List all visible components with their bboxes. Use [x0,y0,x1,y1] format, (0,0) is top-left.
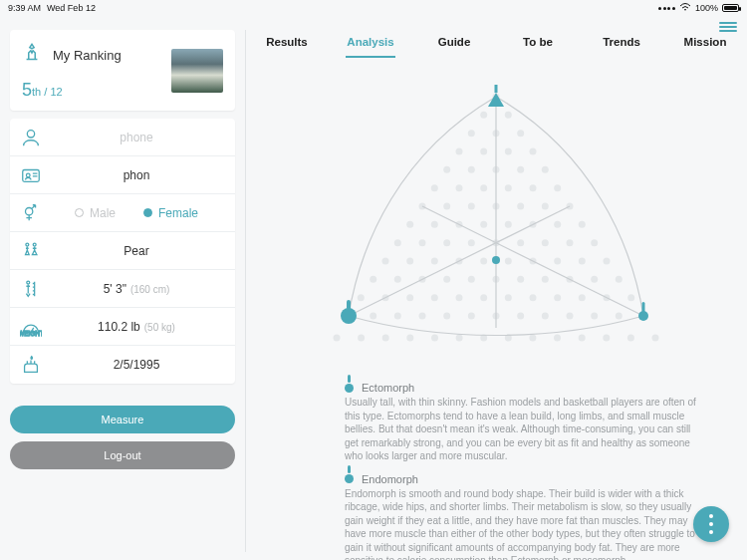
svg-point-120 [638,311,648,321]
row-phone[interactable]: phone [10,119,235,156]
height-value: 5' 3"(160 cm) [46,282,227,296]
svg-point-49 [517,239,524,246]
row-gender[interactable]: Male Female [10,194,235,232]
tabs: Results Analysis Guide To be Trends Miss… [245,20,747,59]
svg-text:WEIGHT: WEIGHT [20,330,42,337]
svg-point-52 [591,239,598,246]
svg-point-90 [443,313,450,320]
svg-point-34 [542,203,549,210]
ranking-card[interactable]: My Ranking 5th / 12 [10,30,235,111]
svg-point-46 [443,239,450,246]
weight-icon: WEIGHT [16,316,46,338]
svg-point-54 [406,258,413,265]
svg-point-93 [517,313,524,320]
svg-point-17 [530,148,537,155]
dob-value: 2/5/1995 [46,358,227,372]
svg-point-77 [431,294,438,301]
ectomorph-label: Ectomorph [362,382,414,394]
cellular-icon [658,7,675,10]
svg-point-94 [542,313,549,320]
svg-point-122 [492,256,500,264]
bodytype-value: Pear [46,244,227,258]
svg-point-78 [456,294,463,301]
svg-point-25 [480,184,487,191]
svg-point-15 [480,148,487,155]
svg-point-5 [33,243,36,246]
ranking-title: My Ranking [53,48,122,63]
svg-point-11 [468,130,475,137]
profile-card: phone phon Male Female Pear 5' 3"(160 cm… [10,119,235,384]
svg-point-40 [505,221,512,228]
tab-tobe[interactable]: To be [496,28,580,58]
tab-mission[interactable]: Mission [663,28,747,58]
row-name[interactable]: phon [10,156,235,194]
svg-point-50 [542,239,549,246]
svg-point-112 [652,335,659,342]
def-ectomorph: Ectomorph Usually tall, with thin skinny… [345,382,699,463]
battery-icon [722,4,739,12]
svg-point-100 [358,335,365,342]
svg-point-67 [468,276,475,283]
tab-analysis[interactable]: Analysis [329,28,412,58]
logout-button[interactable]: Log-out [10,441,235,469]
endomorph-icon [345,474,354,483]
more-fab[interactable] [693,506,729,542]
svg-point-55 [431,258,438,265]
svg-point-33 [517,203,524,210]
svg-point-24 [456,184,463,191]
svg-point-66 [443,276,450,283]
wifi-icon [679,3,691,14]
svg-point-64 [394,276,401,283]
svg-point-36 [406,221,413,228]
name-value: phon [46,168,227,182]
row-weight[interactable]: WEIGHT 110.2 lb(50 kg) [10,308,235,346]
measure-button[interactable]: Measure [10,406,235,433]
svg-point-6 [27,281,30,284]
svg-point-30 [443,203,450,210]
phone-placeholder: phone [46,131,227,144]
svg-point-39 [480,221,487,228]
svg-point-37 [431,221,438,228]
def-endomorph: Endomorph Endomorph is smooth and round … [345,473,699,561]
row-dob[interactable]: 2/5/1995 [10,346,235,384]
svg-point-87 [370,313,376,320]
battery-pct: 100% [695,3,718,13]
svg-point-53 [382,258,389,265]
birthday-icon [16,354,46,376]
svg-point-81 [530,294,537,301]
svg-point-19 [468,166,475,173]
svg-point-80 [505,294,512,301]
svg-point-70 [542,276,549,283]
gender-male[interactable]: Male [75,206,116,220]
svg-point-16 [505,148,512,155]
tab-results[interactable]: Results [245,28,329,58]
svg-point-42 [554,221,561,228]
svg-point-111 [627,335,634,342]
svg-point-95 [567,313,574,320]
svg-point-110 [603,335,610,342]
svg-point-102 [406,335,413,342]
svg-point-74 [358,294,365,301]
svg-point-14 [456,148,463,155]
row-height[interactable]: 5' 3"(160 cm) [10,270,235,308]
row-bodytype[interactable]: Pear [10,232,235,270]
ectomorph-text: Usually tall, with thin skinny. Fashion … [345,396,699,463]
svg-point-26 [505,184,512,191]
svg-point-72 [591,276,598,283]
gender-female[interactable]: Female [143,206,198,220]
svg-point-103 [431,335,438,342]
svg-point-45 [419,239,426,246]
svg-point-97 [616,313,622,320]
tab-trends[interactable]: Trends [580,28,663,58]
svg-point-10 [505,112,512,119]
svg-rect-121 [642,302,645,312]
tab-guide[interactable]: Guide [412,28,496,58]
svg-point-57 [480,258,487,265]
svg-point-13 [517,130,524,137]
svg-point-0 [27,130,34,137]
svg-point-61 [579,258,586,265]
ternary-chart [245,59,747,378]
ectomorph-icon [345,384,354,393]
svg-point-3 [26,207,33,214]
ranking-thumbnail [171,49,223,93]
